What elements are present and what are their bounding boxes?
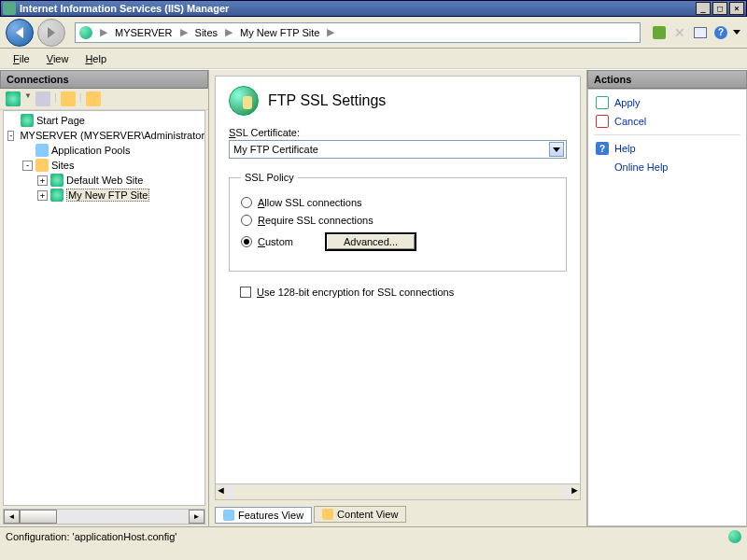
- radio-icon: [241, 215, 252, 226]
- home-button[interactable]: [691, 23, 710, 42]
- globe-icon: [79, 26, 92, 39]
- help-button[interactable]: ?: [712, 23, 730, 42]
- action-help[interactable]: ? Help: [594, 139, 740, 158]
- advanced-button[interactable]: Advanced...: [325, 232, 416, 251]
- radio-checked-icon: [241, 236, 252, 247]
- chevron-right-icon: ▶: [323, 26, 338, 38]
- combo-dropdown-button[interactable]: [549, 142, 564, 157]
- tree-ftp-site[interactable]: + My New FTP Site: [6, 188, 203, 203]
- start-page-icon: [21, 114, 34, 127]
- status-config: Configuration: 'applicationHost.config': [6, 531, 176, 542]
- chevron-right-icon: ▶: [176, 26, 191, 38]
- expand-icon[interactable]: +: [37, 190, 48, 201]
- stop-button: ✕: [670, 23, 689, 42]
- scroll-right-button[interactable]: ►: [189, 510, 204, 524]
- help-dropdown[interactable]: [732, 23, 741, 42]
- ftp-ssl-icon: [229, 86, 259, 116]
- tree-hscrollbar[interactable]: ◄ ►: [3, 509, 205, 525]
- ssl-cert-label: SSL Certificate:: [229, 127, 567, 138]
- menu-bar: File View Help: [0, 49, 747, 69]
- tree-sites[interactable]: - Sites: [6, 158, 203, 173]
- page-title: FTP SSL Settings: [268, 92, 386, 109]
- remove-connection-icon[interactable]: [86, 91, 101, 106]
- forward-button[interactable]: [37, 19, 65, 47]
- connections-toolbar: ▼ | |: [0, 89, 208, 110]
- site-icon: [50, 174, 63, 187]
- ssl-policy-legend: SSL Policy: [241, 172, 298, 183]
- collapse-icon[interactable]: -: [7, 131, 14, 141]
- up-icon[interactable]: [61, 91, 76, 106]
- help-icon: ?: [596, 142, 609, 155]
- status-bar: Configuration: 'applicationHost.config': [0, 526, 747, 545]
- connections-panel: Connections ▼ | | Start Page - MYSERVER …: [0, 70, 209, 526]
- chevron-down-icon: [553, 147, 560, 152]
- folder-icon: [35, 159, 49, 172]
- breadcrumb-leaf[interactable]: My New FTP Site: [236, 27, 323, 38]
- checkbox-icon: [240, 287, 251, 298]
- content-hscrollbar[interactable]: ◄ ►: [216, 483, 580, 499]
- chevron-down-icon[interactable]: ▼: [24, 91, 32, 106]
- chevron-down-icon: [733, 30, 740, 35]
- scroll-left-button[interactable]: ◄: [216, 484, 226, 499]
- scroll-thumb[interactable]: [20, 510, 57, 524]
- connect-icon[interactable]: [6, 91, 21, 106]
- chevron-right-icon: ▶: [96, 26, 111, 38]
- cancel-icon: [596, 115, 609, 128]
- radio-allow-ssl[interactable]: Allow SSL connections: [241, 197, 555, 208]
- menu-file[interactable]: File: [6, 51, 37, 66]
- content-area: FTP SSL Settings SSL Certificate: My FTP…: [215, 76, 581, 500]
- radio-require-ssl[interactable]: Require SSL connections: [241, 215, 555, 226]
- app-pools-icon: [35, 144, 49, 157]
- tree-default-site[interactable]: + Default Web Site: [6, 173, 203, 188]
- menu-help[interactable]: Help: [78, 51, 114, 66]
- ssl-cert-combo[interactable]: My FTP Certificate: [229, 140, 567, 159]
- scroll-thumb[interactable]: [233, 484, 562, 499]
- status-icon: [728, 530, 741, 543]
- back-button[interactable]: [6, 19, 34, 47]
- refresh-button[interactable]: [650, 23, 669, 42]
- breadcrumb-root[interactable]: MYSERVER: [111, 27, 176, 38]
- site-icon: [50, 189, 63, 202]
- radio-icon: [241, 197, 252, 208]
- x-icon: ✕: [674, 25, 685, 40]
- view-tabs: Features View Content View: [215, 506, 581, 523]
- tab-features-view[interactable]: Features View: [215, 507, 312, 524]
- tree-app-pools[interactable]: Application Pools: [6, 143, 203, 158]
- actions-header: Actions: [587, 70, 747, 89]
- collapse-icon[interactable]: -: [22, 161, 33, 171]
- action-cancel[interactable]: Cancel: [594, 112, 740, 131]
- title-bar: Internet Information Services (IIS) Mana…: [0, 0, 747, 17]
- arrow-right-icon: [48, 27, 55, 38]
- scroll-right-button[interactable]: ►: [570, 484, 580, 499]
- app-icon: [3, 2, 16, 15]
- help-icon: ?: [714, 26, 727, 39]
- tab-content-view[interactable]: Content View: [314, 506, 406, 523]
- expand-icon[interactable]: +: [37, 175, 48, 186]
- maximize-button[interactable]: □: [712, 2, 727, 15]
- tree-server[interactable]: - MYSERVER (MYSERVER\Administrator): [6, 128, 203, 143]
- radio-custom[interactable]: Custom Advanced...: [241, 232, 555, 251]
- minimize-button[interactable]: _: [696, 2, 711, 15]
- window-title: Internet Information Services (IIS) Mana…: [20, 3, 694, 14]
- address-bar[interactable]: ▶ MYSERVER ▶ Sites ▶ My New FTP Site ▶: [75, 22, 641, 43]
- actions-panel: Actions Apply Cancel ? Help Online Help: [586, 70, 747, 526]
- nav-toolbar: ▶ MYSERVER ▶ Sites ▶ My New FTP Site ▶ ✕…: [0, 17, 747, 49]
- save-icon[interactable]: [35, 91, 50, 106]
- apply-icon: [596, 96, 609, 109]
- arrow-left-icon: [16, 27, 23, 38]
- breadcrumb-sites[interactable]: Sites: [191, 27, 221, 38]
- chevron-right-icon: ▶: [221, 26, 236, 38]
- ssl-policy-group: SSL Policy Allow SSL connections Require…: [229, 172, 567, 272]
- menu-view[interactable]: View: [39, 51, 77, 66]
- connections-tree[interactable]: Start Page - MYSERVER (MYSERVER\Administ…: [3, 110, 205, 506]
- scroll-left-button[interactable]: ◄: [4, 510, 20, 524]
- center-pane: FTP SSL Settings SSL Certificate: My FTP…: [209, 70, 586, 526]
- connections-header: Connections: [0, 70, 208, 89]
- refresh-icon: [653, 26, 666, 39]
- ssl-cert-value: My FTP Certificate: [232, 144, 549, 155]
- action-apply[interactable]: Apply: [594, 93, 740, 112]
- action-online-help[interactable]: Online Help: [594, 158, 740, 176]
- close-button[interactable]: ×: [729, 2, 744, 15]
- tree-start-page[interactable]: Start Page: [6, 113, 203, 128]
- check-128bit[interactable]: Use 128-bit encryption for SSL connectio…: [240, 287, 567, 298]
